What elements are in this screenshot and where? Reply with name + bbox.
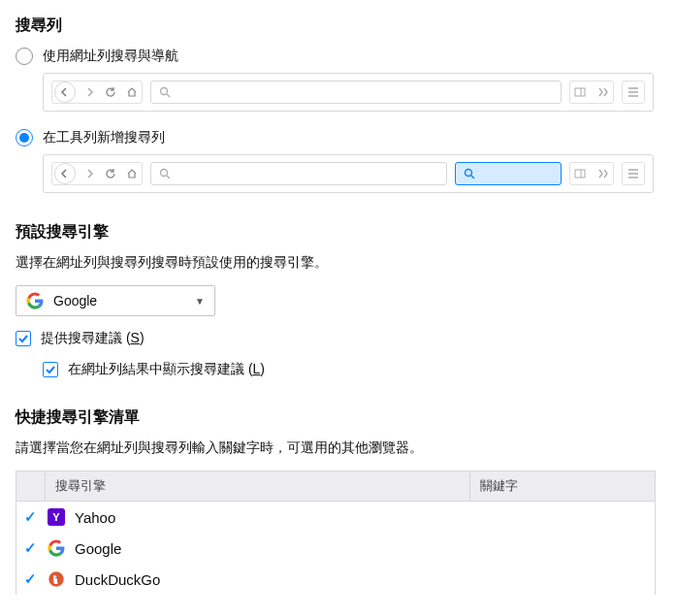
svg-line-10: [471, 176, 474, 178]
engine-name: Google: [75, 540, 121, 557]
menu-icon: [622, 81, 645, 104]
check-icon: ✓: [24, 539, 38, 557]
home-icon: [126, 86, 138, 98]
forward-icon: [85, 87, 95, 97]
table-row[interactable]: ✓ DuckDuckGo: [16, 564, 655, 595]
oneclick-description: 請選擇當您在網址列與搜尋列輸入關鍵字時，可選用的其他瀏覽器。: [16, 439, 659, 457]
engine-name: Yahoo: [75, 509, 115, 526]
menu-icon: [622, 162, 645, 185]
engine-name: DuckDuckGo: [75, 571, 160, 588]
overflow-icon: [597, 169, 609, 178]
svg-rect-2: [575, 88, 585, 96]
home-icon: [126, 168, 138, 179]
svg-point-7: [161, 170, 168, 177]
header-keyword[interactable]: 關鍵字: [470, 471, 655, 501]
svg-line-8: [167, 176, 170, 178]
browser-mock-addressbar: [43, 73, 654, 112]
reload-icon: [105, 168, 116, 179]
chevron-down-icon: ▼: [195, 296, 205, 307]
oneclick-heading: 快捷搜尋引擎清單: [16, 407, 659, 428]
default-engine-select[interactable]: Google ▼: [16, 285, 215, 316]
nav-icons-group: [51, 81, 143, 104]
radio-icon: [16, 129, 33, 146]
forward-icon: [85, 169, 95, 178]
default-engine-description: 選擇在網址列與搜尋列搜尋時預設使用的搜尋引擎。: [16, 254, 659, 272]
table-row[interactable]: ✓ Google: [16, 533, 655, 564]
browser-mock-toolbar: [43, 154, 654, 193]
back-icon: [54, 163, 76, 184]
search-icon: [159, 168, 171, 179]
table-header: 搜尋引擎 關鍵字: [16, 471, 655, 502]
svg-line-1: [167, 94, 170, 97]
radio-icon: [16, 48, 33, 65]
urlbar-suggestions-checkbox[interactable]: 在網址列結果中顯示搜尋建議 (L): [43, 361, 659, 378]
google-icon: [26, 292, 44, 309]
addressbar-mock: [150, 162, 447, 185]
back-icon: [54, 81, 76, 103]
oneclick-engine-table: 搜尋引擎 關鍵字 ✓ Y Yahoo ✓ Google ✓: [16, 470, 656, 595]
search-bar-heading: 搜尋列: [16, 16, 659, 36]
searchbar-mock: [455, 162, 562, 185]
searchbar-option-addressbar[interactable]: 使用網址列搜尋與導航: [16, 48, 659, 65]
addressbar-mock: [150, 81, 562, 104]
searchbar-option-toolbar[interactable]: 在工具列新增搜尋列: [16, 129, 659, 146]
table-row[interactable]: ✓ Y Yahoo: [16, 502, 655, 533]
check-icon: ✓: [24, 570, 38, 588]
overflow-icon: [597, 87, 609, 97]
duckduckgo-icon: [48, 570, 65, 588]
default-engine-heading: 預設搜尋引擎: [16, 222, 659, 243]
svg-point-18: [55, 577, 56, 578]
sidebar-icon: [574, 168, 586, 179]
radio-label: 使用網址列搜尋與導航: [43, 48, 178, 65]
yahoo-icon: Y: [48, 508, 65, 526]
reload-icon: [105, 86, 116, 98]
header-engine[interactable]: 搜尋引擎: [46, 471, 470, 501]
svg-point-9: [466, 170, 472, 177]
search-icon: [159, 86, 171, 98]
check-icon: ✓: [24, 508, 38, 526]
search-icon: [464, 168, 475, 179]
checkbox-label: 提供搜尋建議 (S): [41, 330, 145, 347]
svg-rect-11: [575, 170, 585, 178]
checkbox-icon: [16, 331, 31, 346]
right-icons-group: [569, 162, 614, 185]
google-icon: [48, 539, 65, 557]
nav-icons-group: [51, 162, 143, 185]
default-engine-value: Google: [53, 293, 97, 308]
provide-suggestions-checkbox[interactable]: 提供搜尋建議 (S): [16, 330, 659, 347]
sidebar-icon: [574, 86, 586, 98]
right-icons-group: [569, 81, 614, 104]
checkbox-label: 在網址列結果中顯示搜尋建議 (L): [68, 361, 265, 378]
radio-label: 在工具列新增搜尋列: [43, 129, 165, 146]
checkbox-icon: [43, 362, 58, 377]
svg-point-0: [161, 88, 168, 95]
